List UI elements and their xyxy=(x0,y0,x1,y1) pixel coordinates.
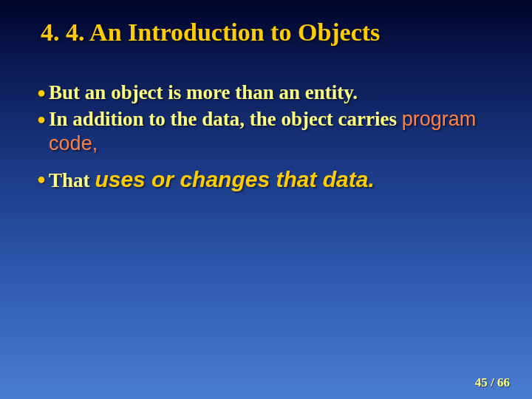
bullet-item: ● But an object is more than an entity. xyxy=(37,81,495,106)
bullet-lead: That xyxy=(49,169,95,191)
bullet-text: In addition to the data, the object carr… xyxy=(49,107,495,157)
bullet-icon: ● xyxy=(37,107,49,131)
page-current: 45 xyxy=(475,375,488,389)
page-number: 45 / 66 xyxy=(475,375,510,390)
bullet-text: That uses or changes that data. xyxy=(49,167,495,192)
slide-content: ● But an object is more than an entity. … xyxy=(0,48,532,192)
bullet-emphasis: uses or changes that data. xyxy=(95,167,374,191)
page-sep: / xyxy=(488,375,497,389)
bullet-item: ● That uses or changes that data. xyxy=(37,167,495,192)
bullet-text: But an object is more than an entity. xyxy=(49,81,495,106)
bullet-icon: ● xyxy=(37,81,49,104)
presentation-slide: 4. 4. An Introduction to Objects ● But a… xyxy=(0,0,532,399)
page-total: 66 xyxy=(497,375,510,389)
spacer xyxy=(37,158,495,167)
slide-title: 4. 4. An Introduction to Objects xyxy=(0,0,532,48)
bullet-icon: ● xyxy=(37,167,49,191)
bullet-item: ● In addition to the data, the object ca… xyxy=(37,107,495,157)
bullet-lead: In addition to the data, the object carr… xyxy=(49,108,402,130)
